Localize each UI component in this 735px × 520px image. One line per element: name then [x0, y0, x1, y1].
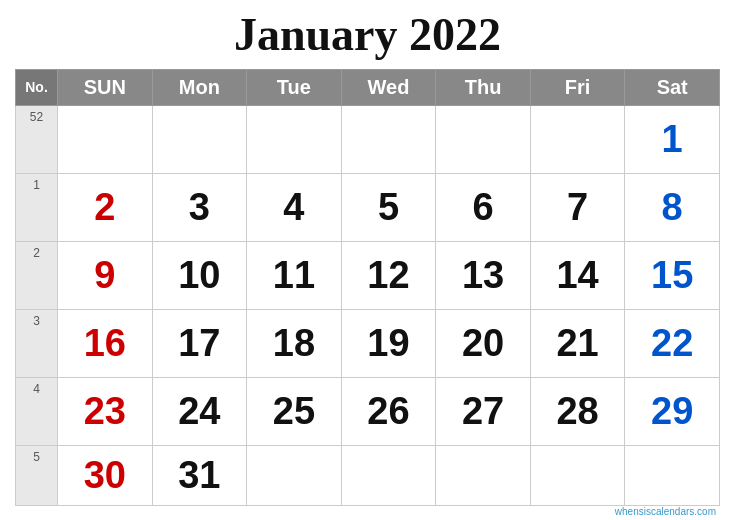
day-cell — [436, 445, 531, 505]
day-number: 22 — [651, 322, 693, 364]
header-sun: SUN — [58, 69, 153, 105]
day-cell: 16 — [58, 309, 153, 377]
day-number: 8 — [662, 186, 683, 228]
day-cell: 14 — [530, 241, 625, 309]
day-cell: 23 — [58, 377, 153, 445]
day-number: 31 — [178, 454, 220, 496]
header-no: No. — [16, 69, 58, 105]
day-cell — [58, 105, 153, 173]
header-tue: Tue — [247, 69, 342, 105]
day-cell — [247, 105, 342, 173]
week-number-5: 5 — [16, 445, 58, 505]
day-cell: 22 — [625, 309, 720, 377]
week-number-1: 1 — [16, 173, 58, 241]
day-number: 6 — [472, 186, 493, 228]
day-number: 18 — [273, 322, 315, 364]
day-cell: 17 — [152, 309, 247, 377]
week-number-2: 2 — [16, 241, 58, 309]
day-number: 30 — [84, 454, 126, 496]
day-number: 2 — [94, 186, 115, 228]
day-cell: 9 — [58, 241, 153, 309]
day-cell: 4 — [247, 173, 342, 241]
day-number: 7 — [567, 186, 588, 228]
day-cell — [152, 105, 247, 173]
day-number: 16 — [84, 322, 126, 364]
week-row-0: 521 — [16, 105, 720, 173]
day-number: 12 — [367, 254, 409, 296]
day-cell: 5 — [341, 173, 436, 241]
day-number: 15 — [651, 254, 693, 296]
calendar-table: No. SUN Mon Tue Wed Thu Fri Sat 52112345… — [15, 69, 720, 506]
day-cell: 13 — [436, 241, 531, 309]
week-number-0: 52 — [16, 105, 58, 173]
day-cell — [341, 445, 436, 505]
day-cell — [625, 445, 720, 505]
day-number: 29 — [651, 390, 693, 432]
day-number: 28 — [556, 390, 598, 432]
day-number: 4 — [283, 186, 304, 228]
day-cell: 31 — [152, 445, 247, 505]
header-thu: Thu — [436, 69, 531, 105]
day-cell — [341, 105, 436, 173]
day-number: 9 — [94, 254, 115, 296]
day-cell: 27 — [436, 377, 531, 445]
day-number: 25 — [273, 390, 315, 432]
day-number: 26 — [367, 390, 409, 432]
day-cell: 21 — [530, 309, 625, 377]
day-number: 13 — [462, 254, 504, 296]
calendar-title: January 2022 — [15, 10, 720, 61]
day-cell: 10 — [152, 241, 247, 309]
day-cell — [530, 445, 625, 505]
calendar-body: 5211234567829101112131415316171819202122… — [16, 105, 720, 505]
day-cell: 24 — [152, 377, 247, 445]
day-number: 3 — [189, 186, 210, 228]
day-cell: 1 — [625, 105, 720, 173]
week-row-1: 12345678 — [16, 173, 720, 241]
day-number: 11 — [273, 254, 315, 296]
day-number: 20 — [462, 322, 504, 364]
day-number: 27 — [462, 390, 504, 432]
day-cell: 26 — [341, 377, 436, 445]
day-cell: 7 — [530, 173, 625, 241]
day-number: 10 — [178, 254, 220, 296]
day-cell: 30 — [58, 445, 153, 505]
calendar-wrapper: January 2022 No. SUN Mon Tue Wed Thu Fri… — [0, 0, 735, 520]
day-cell: 3 — [152, 173, 247, 241]
day-number: 1 — [662, 118, 683, 160]
header-row: No. SUN Mon Tue Wed Thu Fri Sat — [16, 69, 720, 105]
day-number: 19 — [367, 322, 409, 364]
day-number: 14 — [556, 254, 598, 296]
watermark-link[interactable]: whensiscalendars.com — [615, 506, 716, 517]
day-number: 21 — [556, 322, 598, 364]
week-number-4: 4 — [16, 377, 58, 445]
watermark: whensiscalendars.com — [15, 506, 720, 519]
day-number: 17 — [178, 322, 220, 364]
day-cell — [530, 105, 625, 173]
week-row-2: 29101112131415 — [16, 241, 720, 309]
day-cell: 29 — [625, 377, 720, 445]
day-cell: 8 — [625, 173, 720, 241]
day-number: 5 — [378, 186, 399, 228]
day-cell — [247, 445, 342, 505]
day-cell: 25 — [247, 377, 342, 445]
week-row-5: 53031 — [16, 445, 720, 505]
day-cell: 18 — [247, 309, 342, 377]
day-cell: 6 — [436, 173, 531, 241]
header-sat: Sat — [625, 69, 720, 105]
day-cell: 15 — [625, 241, 720, 309]
header-fri: Fri — [530, 69, 625, 105]
day-cell — [436, 105, 531, 173]
header-mon: Mon — [152, 69, 247, 105]
day-cell: 12 — [341, 241, 436, 309]
week-row-4: 423242526272829 — [16, 377, 720, 445]
day-cell: 2 — [58, 173, 153, 241]
day-cell: 28 — [530, 377, 625, 445]
day-cell: 19 — [341, 309, 436, 377]
header-wed: Wed — [341, 69, 436, 105]
week-number-3: 3 — [16, 309, 58, 377]
week-row-3: 316171819202122 — [16, 309, 720, 377]
day-number: 24 — [178, 390, 220, 432]
day-number: 23 — [84, 390, 126, 432]
day-cell: 11 — [247, 241, 342, 309]
day-cell: 20 — [436, 309, 531, 377]
